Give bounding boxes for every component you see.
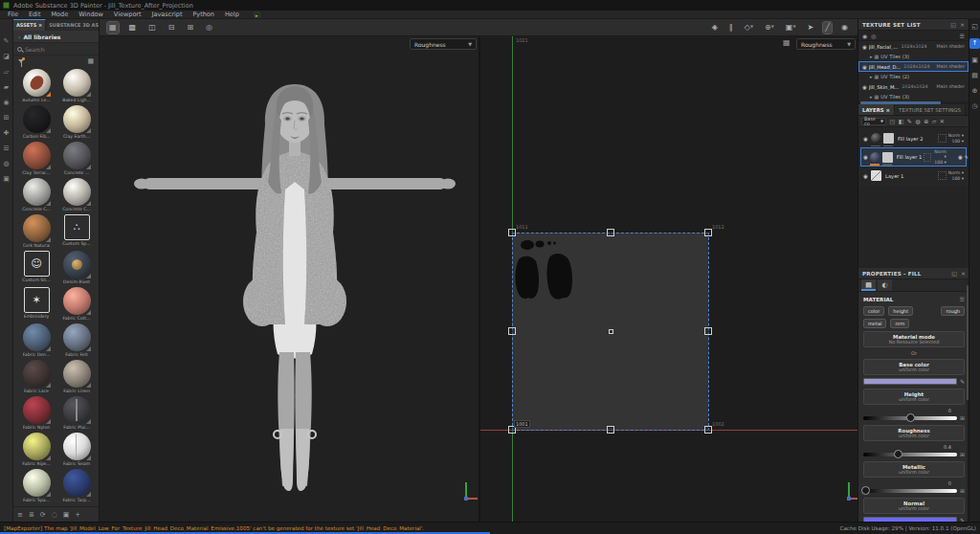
tab-texture-set-settings[interactable]: TEXTURE SET SETTINGS: [895, 104, 966, 115]
tiling-mode-icon[interactable]: ▩: [127, 22, 139, 33]
layer-row[interactable]: ◉Layer 1Norm ▾100 ▾: [860, 167, 967, 184]
tab-properties-material[interactable]: ◐: [878, 279, 892, 291]
float-panel-icon[interactable]: ◱: [951, 270, 957, 277]
asset-item[interactable]: ✶Embroidery: [16, 285, 56, 322]
transform-handle[interactable]: [607, 426, 614, 434]
tab-layers[interactable]: LAYERS ×: [858, 104, 895, 115]
pause-engine-icon[interactable]: ∥: [727, 22, 735, 33]
close-icon[interactable]: ×: [960, 21, 965, 28]
menu-item-viewport[interactable]: Viewport: [114, 11, 142, 18]
eye-icon[interactable]: ◉: [958, 154, 963, 160]
asset-item[interactable]: Fabric Seam: [56, 431, 97, 467]
pencil-icon[interactable]: ✎: [907, 118, 912, 124]
transform-handle-center[interactable]: [609, 329, 613, 334]
asset-item[interactable]: Fabric Wo...: [56, 503, 97, 505]
link-icon[interactable]: ◌: [52, 511, 57, 519]
python-run-icon[interactable]: ▸: [254, 11, 260, 18]
camera-icon[interactable]: ▣▼: [784, 21, 798, 33]
transform-handle[interactable]: [508, 229, 516, 236]
layer-row[interactable]: ◉Fill layer 1Norm ▾100 ▾◉✎PaintRepl ▾100…: [860, 147, 967, 167]
refresh-icon[interactable]: ⟳: [40, 511, 46, 519]
add-view-icon[interactable]: ⊞: [185, 22, 195, 33]
asset-item[interactable]: Concrete C...: [56, 176, 97, 212]
history-icon[interactable]: ◷: [971, 102, 977, 110]
uv-grid-toggle-icon[interactable]: ▦: [783, 38, 791, 47]
asset-item[interactable]: Fabric Cott...: [56, 285, 97, 322]
opacity-value[interactable]: 100 ▾: [948, 139, 964, 144]
asset-item[interactable]: Fabric Plai...: [56, 394, 97, 431]
asset-item[interactable]: Fabric Felt: [56, 322, 97, 358]
fill-icon[interactable]: ◍: [915, 118, 920, 124]
asset-item[interactable]: Fabric Tarp...: [56, 467, 97, 503]
uv-tiles-row[interactable]: ▸▦UV Tiles (3): [858, 52, 969, 61]
asset-item[interactable]: Autumn Le...: [16, 67, 56, 103]
asset-item[interactable]: Baked Ligh...: [56, 67, 97, 103]
asset-item[interactable]: Denim Rivet: [56, 249, 97, 285]
channel-chip-height[interactable]: height: [888, 306, 913, 316]
environment-icon[interactable]: ⊕▼: [763, 21, 776, 33]
texture-set-shader[interactable]: Main shader: [937, 64, 965, 69]
float-panel-icon[interactable]: ◱: [950, 21, 956, 28]
transform-handle[interactable]: [508, 426, 516, 434]
close-icon[interactable]: ×: [961, 270, 966, 277]
transform-handle[interactable]: [607, 229, 614, 236]
menu-item-edit[interactable]: Edit: [29, 11, 41, 18]
text-tool-icon[interactable]: ☰: [3, 145, 9, 152]
menu-item-help[interactable]: Help: [225, 11, 239, 18]
tab-assets[interactable]: ASSETS ×: [13, 19, 46, 31]
folder-icon[interactable]: ▱: [932, 118, 937, 124]
eye-icon[interactable]: ◉: [862, 44, 867, 50]
transform-handle[interactable]: [704, 229, 712, 236]
export-resources-icon[interactable]: ≣: [29, 511, 34, 519]
slider-handle[interactable]: [906, 413, 915, 422]
snap-icon[interactable]: ◎: [204, 22, 214, 33]
menu-item-file[interactable]: File: [8, 11, 18, 18]
channel-chip-nrm[interactable]: nrm: [890, 319, 909, 328]
polygon-fill-tool-icon[interactable]: ▰: [4, 84, 9, 91]
log-message[interactable]: [MapExporter] The map 'Jill_Model_Low_Fo…: [4, 525, 424, 531]
texture-set-row[interactable]: ◉Jill_Head_D...1024x1024Main shader: [858, 61, 969, 72]
stamp-icon[interactable]: ◳: [890, 118, 896, 124]
layer-row[interactable]: ◉Fill layer 2Norm ▾100 ▾: [860, 130, 967, 146]
paint-brush-tool-icon[interactable]: ✎: [4, 38, 10, 45]
eye-outline-icon[interactable]: ◎: [871, 33, 876, 39]
filter-icon[interactable]: [18, 59, 24, 63]
geometry-mask-icon[interactable]: ◧: [899, 118, 904, 124]
online-assets-icon[interactable]: ⊕: [972, 87, 978, 95]
display-settings-icon[interactable]: ▣: [971, 56, 978, 64]
blend-mode-dropdown[interactable]: Base co▼: [861, 118, 886, 125]
eye-icon[interactable]: ◉: [862, 33, 867, 39]
anchor-icon[interactable]: ⊕: [924, 118, 928, 124]
opacity-value[interactable]: 100 ▾: [948, 176, 964, 181]
asset-item[interactable]: Fabric Lace: [16, 358, 56, 394]
asset-item[interactable]: Fabric Top...: [16, 503, 56, 505]
shelf-icon[interactable]: ▤: [971, 72, 978, 79]
opacity-value[interactable]: 100 ▾: [933, 160, 947, 165]
menu-item-javascript[interactable]: Javascript: [152, 11, 183, 18]
eye-icon[interactable]: ◉: [863, 173, 869, 179]
smudge-tool-icon[interactable]: ◉: [3, 100, 9, 106]
param-button-base-color[interactable]: Base coloruniform color: [863, 359, 965, 375]
fill-mode-icon[interactable]: ▦: [107, 22, 119, 33]
projection-tool-icon[interactable]: ▱: [4, 69, 9, 76]
blend-mode[interactable]: Norm ▾: [948, 170, 964, 175]
expand-channel-icon[interactable]: ⊞: [960, 451, 965, 457]
transform-handle[interactable]: [508, 327, 516, 335]
blend-mode[interactable]: Norm ▾: [948, 133, 964, 138]
uv-tiles-row[interactable]: ▸▦UV Tiles (2): [858, 72, 969, 81]
dock-panels-icon[interactable]: ◱: [971, 23, 978, 31]
trash-icon[interactable]: ✕: [940, 118, 945, 124]
uv-tiles-row[interactable]: ▸▦UV Tiles (3): [858, 92, 969, 101]
texture-set-shader[interactable]: Main shader: [937, 84, 965, 89]
blend-mode[interactable]: Norm ▾: [933, 149, 947, 159]
magnet-icon[interactable]: ◈: [710, 22, 720, 33]
asset-item[interactable]: ∴Custom Sp...: [56, 212, 97, 249]
material-mode-button[interactable]: Material mode No Resource Selected: [863, 331, 965, 347]
transform-handle[interactable]: [704, 426, 712, 434]
color-swatch[interactable]: [863, 378, 957, 385]
channel-chip-color[interactable]: color: [863, 306, 884, 316]
slider-handle[interactable]: [894, 450, 902, 458]
asset-item[interactable]: Fabric Nylon: [16, 394, 56, 431]
eye-icon[interactable]: ◉: [862, 64, 867, 70]
asset-item[interactable]: Concrete ...: [56, 140, 97, 176]
